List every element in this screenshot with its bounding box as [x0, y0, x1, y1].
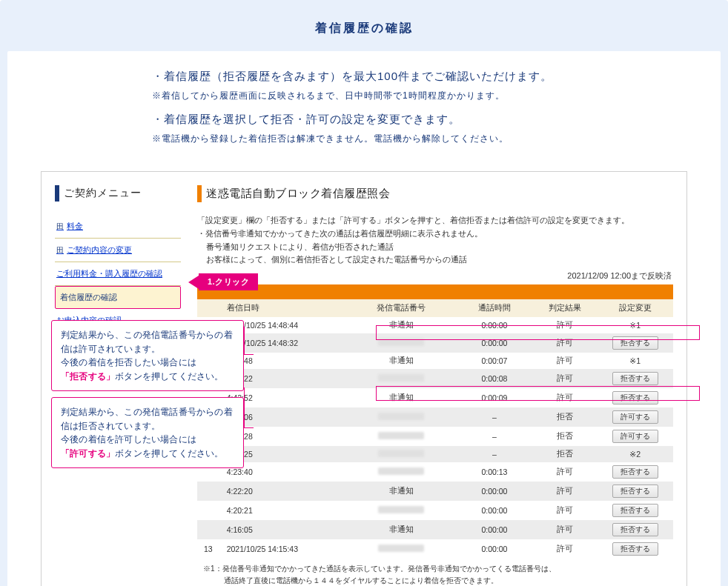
action-button[interactable]: 拒否する	[612, 336, 658, 350]
tab-header-bar	[197, 284, 673, 299]
cell-action: 拒否する	[597, 539, 673, 559]
cell-phone: 非通知	[346, 353, 457, 369]
footnotes: ※1：発信番号非通知でかかってきた通話を表示しています。発信番号非通知でかかって…	[203, 563, 673, 586]
cell-action: 拒否する	[597, 501, 673, 520]
cell-datetime: 2021/10/25 14:15:43	[219, 539, 346, 559]
sidebar-item-usage-history[interactable]: ご利用料金・購入履歴の確認	[55, 262, 181, 286]
call-history-table: 着信日時 発信電話番号 通話時間 判定結果 設定変更 12021/10/25 1…	[197, 299, 673, 559]
sidebar-item-call-history[interactable]: 着信履歴の確認	[55, 286, 181, 309]
action-button[interactable]: 拒否する	[612, 523, 658, 536]
cell-action: 拒否する	[597, 333, 673, 353]
table-row: 12021/10/25 14:48:44非通知0:00:00許可※1	[197, 317, 673, 333]
redacted-phone	[378, 467, 424, 475]
cell-no	[197, 501, 219, 520]
explain-allow-box: 判定結果から、この発信電話番号からの着信は許可されています。 今後の着信を拒否し…	[51, 320, 244, 391]
cell-phone: 非通知	[346, 520, 457, 539]
action-button[interactable]: 許可する	[612, 410, 658, 424]
cell-phone	[346, 407, 457, 427]
cell-result: 許可	[532, 520, 597, 539]
action-button[interactable]: 拒否する	[612, 485, 658, 498]
cell-action: ※2	[597, 446, 673, 462]
section-title: 迷惑電話自動ブロック着信履歴照会	[197, 185, 673, 202]
cell-duration: 0:00:00	[457, 539, 533, 559]
cell-result: 許可	[532, 369, 597, 388]
cell-phone	[346, 462, 457, 482]
cell-phone: 非通知	[346, 388, 457, 407]
main-content: 迷惑電話自動ブロック着信履歴照会 「設定変更」欄の「拒否する」または「許可する」…	[197, 185, 673, 586]
cell-phone	[346, 369, 457, 388]
table-row: 4:23:400:00:13許可拒否する	[197, 462, 673, 482]
cell-result: 許可	[532, 333, 597, 353]
table-row: 132021/10/25 14:15:430:00:00許可拒否する	[197, 539, 673, 559]
action-button[interactable]: 拒否する	[612, 504, 658, 517]
cell-action: 許可する	[597, 407, 673, 427]
explain-deny-box: 判定結果から、この発信電話番号からの着信は拒否されています。 今後の着信を許可し…	[51, 397, 244, 468]
intro-line: ・着信履歴（拒否履歴を含みます）を最大100件までご確認いただけます。	[152, 70, 687, 84]
th-result: 判定結果	[532, 299, 597, 317]
intro-note: ※着信してから履歴画面に反映されるまで、日中時間帯で1時間程度かかります。	[152, 90, 687, 102]
cell-datetime: 4:20:21	[219, 501, 346, 520]
cell-duration: 0:00:07	[457, 353, 533, 369]
reflected-timestamp: 2021/12/09 12:00まで反映済	[199, 270, 672, 282]
click-label: 1.クリック	[199, 273, 258, 290]
cell-phone: 非通知	[346, 482, 457, 501]
description-block: 「設定変更」欄の「拒否する」または「許可する」ボタンを押すと、着信拒否または着信…	[197, 214, 673, 266]
cell-result: 許可	[532, 482, 597, 501]
cell-no	[197, 482, 219, 501]
cell-action: 拒否する	[597, 520, 673, 539]
table-row: 4:22:20非通知0:00:00許可拒否する	[197, 482, 673, 501]
th-duration: 通話時間	[457, 299, 533, 317]
cell-result: 許可	[532, 353, 597, 369]
cell-datetime: 4:22:20	[219, 482, 346, 501]
table-row: 4:31:28–拒否許可する	[197, 427, 673, 446]
click-callout: 1.クリック	[188, 273, 258, 290]
table-row: 4:42:52非通知0:00:09許可拒否する	[197, 388, 673, 407]
th-action: 設定変更	[597, 299, 673, 317]
cell-phone	[346, 501, 457, 520]
th-no	[197, 299, 219, 317]
cell-duration: 0:00:00	[457, 317, 533, 333]
cell-duration: 0:00:08	[457, 369, 533, 388]
table-row: 4:45:220:00:08許可拒否する	[197, 369, 673, 388]
redacted-phone	[378, 506, 424, 513]
cell-phone: 非通知	[346, 317, 457, 333]
table-row: 4:26:25–拒否※2	[197, 446, 673, 462]
intro-note: ※電話機から登録した着信拒否は解凍できません。電話機から解除してください。	[152, 133, 687, 145]
cell-action: ※1	[597, 353, 673, 369]
table-row: 4:41:06–拒否許可する	[197, 407, 673, 427]
cell-result: 許可	[532, 462, 597, 482]
action-button[interactable]: 拒否する	[612, 465, 658, 479]
th-datetime: 着信日時	[219, 299, 346, 317]
cell-duration: 0:00:13	[457, 462, 533, 482]
action-button[interactable]: 拒否する	[612, 372, 658, 385]
cell-result: 拒否	[532, 407, 597, 427]
cell-action: 許可する	[597, 427, 673, 446]
table-row: 4:16:05非通知0:00:00許可拒否する	[197, 520, 673, 539]
sidebar-item-contract-change[interactable]: ご契約内容の変更	[55, 239, 181, 262]
sidebar-item-fee[interactable]: 料金	[55, 215, 181, 239]
redacted-phone	[378, 374, 424, 382]
table-row: 4:45:48非通知0:00:07許可※1	[197, 353, 673, 369]
cell-duration: 0:00:00	[457, 520, 533, 539]
cell-result: 許可	[532, 317, 597, 333]
sidebar-title: ご契約メニュー	[55, 185, 181, 202]
cell-phone	[346, 427, 457, 446]
cell-duration: 0:00:00	[457, 333, 533, 353]
cell-action: 拒否する	[597, 482, 673, 501]
cell-phone	[346, 333, 457, 353]
arrow-left-icon	[188, 276, 199, 289]
sidebar: ご契約メニュー 料金 ご契約内容の変更 ご利用料金・購入履歴の確認 着信履歴の確…	[55, 185, 181, 333]
cell-datetime: 4:16:05	[219, 520, 346, 539]
redacted-phone	[378, 432, 424, 439]
cell-result: 許可	[532, 388, 597, 407]
action-button[interactable]: 許可する	[612, 430, 658, 443]
th-phone: 発信電話番号	[346, 299, 457, 317]
action-button[interactable]: 拒否する	[612, 391, 658, 404]
page-title: 着信履歴の確認	[7, 7, 721, 51]
action-button[interactable]: 拒否する	[612, 542, 658, 556]
cell-duration: 0:00:00	[457, 482, 533, 501]
intro-section: ・着信履歴（拒否履歴を含みます）を最大100件までご確認いただけます。 ※着信し…	[152, 70, 687, 145]
cell-action: ※1	[597, 317, 673, 333]
table-row: 22021/10/25 14:48:320:00:00許可拒否する	[197, 333, 673, 353]
cell-duration: –	[457, 407, 533, 427]
